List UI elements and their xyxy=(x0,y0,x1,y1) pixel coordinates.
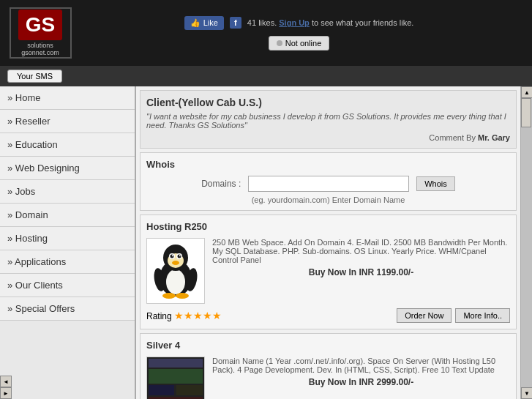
rating-stars: ★★★★★ xyxy=(174,310,222,321)
silver4-details: Domain Name (1 Year .com/.net/.info/.org… xyxy=(212,357,510,399)
hosting-r250-price: Buy Now In INR 1199.00/- xyxy=(212,267,510,277)
whois-hint: (eg. yourdomain.com) Enter Domain Name xyxy=(146,195,510,204)
sidebar-item-our-clients[interactable]: » Our Clients xyxy=(0,274,135,297)
svg-rect-19 xyxy=(176,385,203,395)
whois-title: Whois xyxy=(146,159,510,170)
svg-rect-16 xyxy=(149,359,203,368)
more-info-button[interactable]: More Info.. xyxy=(455,308,510,323)
hosting-r250-details: 250 MB Web Space. Add On Domain 4. E-Mai… xyxy=(212,238,510,304)
tux-penguin-icon xyxy=(152,242,200,300)
silver4-image xyxy=(146,357,205,399)
hosting-r250-buttons: Order Now More Info.. xyxy=(397,308,510,323)
fb-signup-link[interactable]: Sign Up xyxy=(279,18,310,27)
toolbar: Your SMS xyxy=(0,66,532,86)
whois-form: Domains : Whois xyxy=(146,176,510,192)
testimonial-quote: "I want a website for my cab business I … xyxy=(146,112,510,130)
logo: GS solutionsgsonnet.com xyxy=(7,6,73,61)
sidebar-item-jobs[interactable]: » Jobs xyxy=(0,180,135,204)
scrollbar[interactable]: ▲ ▼ ◄ ► xyxy=(520,86,532,399)
svg-point-10 xyxy=(172,261,179,265)
scroll-down-arrow[interactable]: ▼ xyxy=(521,387,532,399)
sidebar-item-hosting[interactable]: » Hosting xyxy=(0,227,135,250)
hosting-r250-inner: 250 MB Web Space. Add On Domain 4. E-Mai… xyxy=(146,238,510,304)
svg-point-1 xyxy=(166,269,185,294)
testimonial-box: Client-(Yellow Cab U.S.) "I want a websi… xyxy=(140,90,517,149)
header-center: 👍 Like f 41 likes. Sign Up to see what y… xyxy=(73,16,525,51)
scroll-up-arrow[interactable]: ▲ xyxy=(521,86,532,98)
testimonial-author: Comment By Mr. Gary xyxy=(146,133,510,142)
svg-point-9 xyxy=(179,255,180,256)
scroll-thumb[interactable] xyxy=(521,98,531,127)
sidebar-item-special-offers[interactable]: » Special Offers xyxy=(0,297,135,321)
svg-point-11 xyxy=(162,293,176,299)
silver4-section: Silver 4 Domain Name (1 Year .com/.net/.… xyxy=(140,333,517,399)
svg-point-8 xyxy=(171,255,173,256)
sidebar-item-domain[interactable]: » Domain xyxy=(0,204,135,227)
silver4-inner: Domain Name (1 Year .com/.net/.info/.org… xyxy=(146,357,510,399)
main-layout: » Home » Reseller » Education » Web Desi… xyxy=(0,86,532,399)
silver4-title: Silver 4 xyxy=(146,340,510,351)
svg-rect-17 xyxy=(149,369,203,384)
scroll-right-arrow[interactable]: ► xyxy=(0,387,12,399)
svg-point-12 xyxy=(176,293,189,299)
sidebar: » Home » Reseller » Education » Web Desi… xyxy=(0,86,135,399)
fb-like-button[interactable]: 👍 Like xyxy=(184,16,224,30)
domain-input[interactable] xyxy=(248,176,409,192)
thumbs-up-icon: 👍 xyxy=(190,18,201,28)
scroll-track xyxy=(521,98,532,387)
hosting-r250-footer: Rating ★★★★★ Order Now More Info.. xyxy=(146,308,510,323)
header: GS solutionsgsonnet.com 👍 Like f 41 like… xyxy=(0,0,532,66)
fb-like-area: 👍 Like f 41 likes. Sign Up to see what y… xyxy=(184,16,414,30)
sidebar-item-home[interactable]: » Home xyxy=(0,86,135,110)
whois-button[interactable]: Whois xyxy=(416,176,455,191)
logo-subtext: solutionsgsonnet.com xyxy=(21,42,59,56)
testimonial-title: Client-(Yellow Cab U.S.) xyxy=(146,97,510,108)
svg-point-7 xyxy=(177,255,181,258)
not-online-button[interactable]: Not online xyxy=(269,36,330,51)
domain-label: Domains : xyxy=(201,179,241,189)
content-area: Client-(Yellow Cab U.S.) "I want a websi… xyxy=(135,86,520,399)
hosting-r250-image xyxy=(146,238,205,304)
logo-gs-text: GS xyxy=(18,10,62,40)
order-now-button[interactable]: Order Now xyxy=(397,308,452,323)
svg-point-6 xyxy=(170,255,173,258)
svg-rect-18 xyxy=(149,385,174,395)
hosting-r250-title: Hosting R250 xyxy=(146,221,510,232)
testimonial-author-name: Mr. Gary xyxy=(478,133,510,142)
hosting-r250-section: Hosting R250 xyxy=(140,215,517,329)
silver4-price: Buy Now In INR 2999.00/- xyxy=(212,377,510,387)
sms-button[interactable]: Your SMS xyxy=(7,70,62,83)
silver4-thumbnail xyxy=(147,357,204,399)
sidebar-item-reseller[interactable]: » Reseller xyxy=(0,110,135,133)
fb-icon: f xyxy=(230,17,241,29)
sidebar-item-education[interactable]: » Education xyxy=(0,133,135,157)
sidebar-item-web-designing[interactable]: » Web Designing xyxy=(0,157,135,180)
whois-section: Whois Domains : Whois (eg. yourdomain.co… xyxy=(140,152,517,211)
hosting-r250-rating: Rating ★★★★★ xyxy=(146,310,222,321)
fb-likes-count: 41 likes. Sign Up to see what your frien… xyxy=(247,18,413,27)
sidebar-item-applications[interactable]: » Applications xyxy=(0,250,135,274)
scroll-left-arrow[interactable]: ◄ xyxy=(0,376,12,387)
